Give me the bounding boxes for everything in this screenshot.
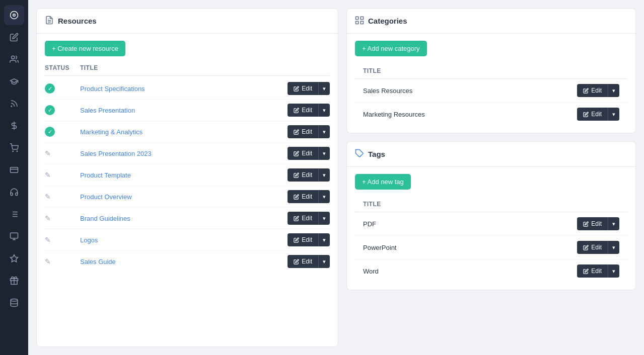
tag-row: Word Edit ▾ [355, 259, 627, 283]
dropdown-button[interactable]: ▾ [608, 108, 619, 121]
monitor-icon[interactable] [4, 226, 24, 246]
resource-actions: Edit ▾ [288, 190, 330, 203]
right-panel: Categories + Add new category Title Sale… [346, 8, 636, 347]
svg-rect-27 [356, 21, 359, 24]
resource-title[interactable]: Logos [80, 236, 288, 244]
resource-actions: Edit ▾ [288, 147, 330, 160]
status-check-icon: ✓ [45, 105, 55, 115]
edit-btn-group: Edit ▾ [288, 125, 330, 138]
cart-icon[interactable] [4, 138, 24, 158]
gift-icon[interactable] [4, 271, 24, 291]
dropdown-button[interactable]: ▾ [318, 168, 330, 182]
card-icon[interactable] [4, 160, 24, 180]
dropdown-button[interactable]: ▾ [318, 82, 330, 95]
create-resource-button[interactable]: + Create new resource [45, 41, 125, 56]
tags-panel-header: Tags [347, 142, 635, 167]
svg-rect-24 [356, 17, 359, 19]
resource-row: ✓ Sales Presentation Edit ▾ [45, 100, 330, 121]
resource-title[interactable]: Sales Presentation [80, 107, 288, 114]
svg-point-5 [13, 151, 14, 152]
svg-rect-25 [361, 17, 363, 19]
dropdown-button[interactable]: ▾ [608, 217, 619, 230]
status-pencil-icon: ✎ [45, 193, 51, 201]
dropdown-button[interactable]: ▾ [318, 212, 330, 225]
users-icon[interactable] [4, 49, 24, 69]
dashboard-icon[interactable] [4, 5, 24, 25]
dropdown-button[interactable]: ▾ [318, 190, 330, 203]
edit-button[interactable]: Edit [577, 108, 608, 121]
edit-btn-group: Edit ▾ [577, 108, 619, 121]
resources-col-headers: Status Title [45, 64, 330, 76]
tags-header-icon [355, 149, 364, 159]
resource-title[interactable]: Sales Presentation 2023 [80, 150, 288, 157]
svg-marker-18 [11, 255, 18, 262]
dropdown-button[interactable]: ▾ [318, 104, 330, 117]
category-title: Sales Resources [363, 87, 577, 95]
col-header-status: Status [45, 64, 80, 71]
edit-button[interactable]: Edit [288, 190, 318, 203]
edit-button[interactable]: Edit [577, 84, 608, 97]
col-header-title: Title [80, 64, 330, 71]
edit-button[interactable]: Edit [577, 217, 608, 230]
dropdown-button[interactable]: ▾ [318, 125, 330, 138]
status-cell: ✎ [45, 257, 80, 265]
svg-point-2 [12, 56, 15, 59]
edit-button[interactable]: Edit [577, 264, 608, 278]
edit-button[interactable]: Edit [288, 125, 318, 138]
add-tag-button[interactable]: + Add new tag [355, 174, 411, 190]
resource-title[interactable]: Sales Guide [80, 258, 288, 265]
graduation-icon[interactable] [4, 71, 24, 92]
svg-point-1 [13, 14, 16, 17]
edit-btn-group: Edit ▾ [288, 255, 330, 268]
edit-btn-group: Edit ▾ [288, 104, 330, 117]
resource-title[interactable]: Product Specifications [80, 85, 288, 93]
list-icon[interactable] [4, 204, 24, 224]
status-pencil-icon: ✎ [45, 149, 51, 157]
dropdown-button[interactable]: ▾ [608, 264, 619, 278]
edit-button[interactable]: Edit [288, 233, 318, 246]
dollar-icon[interactable] [4, 116, 24, 136]
edit-icon[interactable] [4, 27, 24, 47]
resource-actions: Edit ▾ [288, 125, 330, 138]
edit-button[interactable]: Edit [288, 212, 318, 225]
resource-title[interactable]: Brand Guidelines [80, 215, 288, 222]
dropdown-button[interactable]: ▾ [318, 147, 330, 160]
status-cell: ✎ [45, 171, 80, 179]
star-icon[interactable] [4, 248, 24, 269]
resource-title[interactable]: Product Template [80, 171, 288, 179]
edit-btn-group: Edit ▾ [288, 168, 330, 182]
categories-panel-body: + Add new category Title Sales Resources… [347, 34, 635, 133]
edit-button[interactable]: Edit [577, 241, 608, 254]
tag-row: PDF Edit ▾ [355, 212, 627, 236]
edit-btn-group: Edit ▾ [577, 217, 619, 230]
edit-button[interactable]: Edit [288, 147, 318, 160]
status-cell: ✓ [45, 105, 80, 115]
resource-row: ✎ Brand Guidelines Edit ▾ [45, 208, 330, 229]
tags-panel-title: Tags [368, 150, 385, 158]
status-pencil-icon: ✎ [45, 257, 51, 265]
status-cell: ✎ [45, 193, 80, 201]
headset-icon[interactable] [4, 182, 24, 202]
resource-actions: Edit ▾ [288, 168, 330, 182]
database-icon[interactable] [4, 293, 24, 313]
category-title: Marketing Resources [363, 111, 577, 118]
tags-list: PDF Edit ▾ PowerPoint Edit ▾ Word Edit ▾ [355, 212, 627, 283]
resource-title[interactable]: Product Overview [80, 193, 288, 201]
dropdown-button[interactable]: ▾ [608, 84, 619, 97]
status-pencil-icon: ✎ [45, 214, 51, 222]
resources-panel-header: Resources [37, 9, 338, 34]
add-category-button[interactable]: + Add new category [355, 41, 427, 56]
tags-col-header: Title [355, 197, 627, 212]
dropdown-button[interactable]: ▾ [318, 255, 330, 268]
resource-title[interactable]: Marketing & Analytics [80, 128, 288, 136]
edit-button[interactable]: Edit [288, 82, 318, 95]
edit-button[interactable]: Edit [288, 255, 318, 268]
edit-button[interactable]: Edit [288, 104, 318, 117]
dropdown-button[interactable]: ▾ [608, 241, 619, 254]
edit-button[interactable]: Edit [288, 168, 318, 182]
dropdown-button[interactable]: ▾ [318, 233, 330, 246]
svg-rect-26 [361, 21, 363, 24]
resource-actions: Edit ▾ [288, 212, 330, 225]
main-content: Resources + Create new resource Status T… [28, 0, 644, 355]
feed-icon[interactable] [4, 94, 24, 114]
